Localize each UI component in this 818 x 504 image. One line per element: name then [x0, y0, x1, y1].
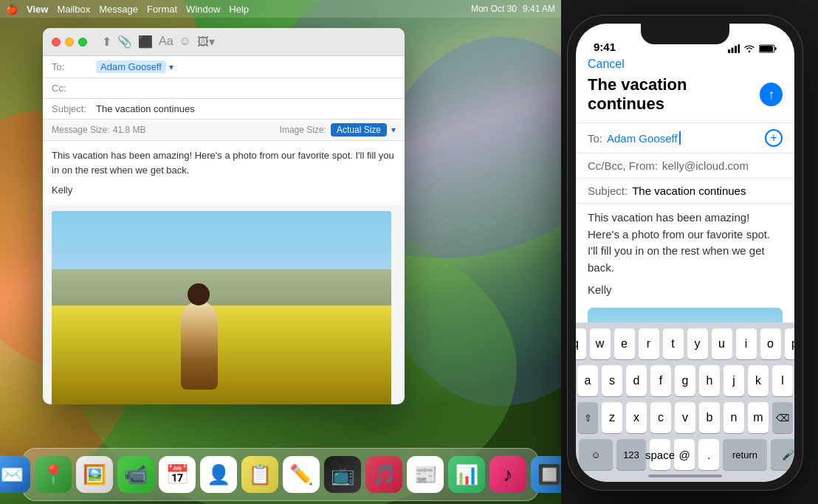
svg-rect-10 [775, 47, 777, 50]
key-space[interactable]: space [650, 439, 670, 470]
dock-icon-music2[interactable]: ♪ [489, 456, 526, 493]
apple-menu[interactable]: 🍎 [6, 4, 18, 15]
maximize-button[interactable] [78, 38, 87, 46]
dock-icon-freeform[interactable]: ✏️ [283, 456, 320, 493]
iphone-device: 9:41 [567, 15, 803, 491]
key-microphone[interactable]: 🎤 [771, 439, 794, 470]
keyboard-row-1: q w e r t y u i o p [579, 328, 791, 359]
key-j[interactable]: j [724, 365, 744, 396]
dock-icon-photos[interactable]: 🖼️ [76, 456, 113, 493]
key-u[interactable]: u [712, 328, 732, 359]
iphone-cc-value[interactable]: kelly@icloud.com [662, 159, 749, 172]
menu-view[interactable]: View [27, 4, 48, 15]
dock-icon-notes[interactable]: 📋 [241, 456, 278, 493]
key-r[interactable]: r [639, 328, 659, 359]
dock-icon-numbers[interactable]: 📊 [448, 456, 485, 493]
image-size-dropdown[interactable]: ▾ [391, 125, 396, 135]
iphone-add-recipient-button[interactable]: + [765, 129, 783, 147]
dock-icon-news[interactable]: 📰 [407, 456, 444, 493]
key-period[interactable]: . [698, 439, 719, 470]
iphone-to-field[interactable]: To: Adam Gooseff + [576, 123, 794, 153]
iphone-mail-body[interactable]: This vacation has been amazing! Here's a… [576, 204, 794, 305]
menu-help[interactable]: Help [229, 4, 249, 15]
dock-icon-music[interactable]: 🎵 [365, 456, 402, 493]
dock-icon-maps[interactable]: 📍 [35, 456, 72, 493]
mail-photo-attachment [52, 211, 391, 405]
key-return[interactable]: return [723, 439, 767, 470]
key-d[interactable]: d [626, 365, 647, 396]
key-t[interactable]: t [663, 328, 684, 359]
key-a[interactable]: a [577, 365, 598, 396]
iphone-cc-field[interactable]: Cc/Bcc, From: kelly@icloud.com [576, 153, 794, 179]
iphone-keyboard[interactable]: q w e r t y u i o p a s d f g h j k [576, 322, 794, 482]
iphone-to-recipient[interactable]: Adam Gooseff [607, 132, 678, 145]
to-recipient[interactable]: Adam Gooseff [96, 61, 166, 73]
key-emoji[interactable]: ☺ [579, 439, 613, 470]
photo-icon[interactable]: ⬛ [138, 35, 153, 49]
subject-field[interactable]: Subject: The vacation continues [43, 99, 405, 120]
font-icon[interactable]: Aa [159, 35, 173, 49]
menu-format[interactable]: Format [147, 4, 177, 15]
dock-icon-mail[interactable]: ✉️ [0, 456, 30, 493]
iphone-subject-field[interactable]: Subject: The vacation continues [576, 179, 794, 204]
emoji-icon[interactable]: ☺ [179, 35, 191, 49]
image-size-controls: Image Size: Actual Size ▾ [280, 123, 396, 137]
key-c[interactable]: c [650, 402, 671, 433]
key-v[interactable]: v [675, 402, 695, 433]
more-icon[interactable]: 🖼▾ [197, 35, 215, 49]
to-field[interactable]: To: Adam Gooseff ▾ [43, 56, 405, 78]
svg-rect-8 [738, 44, 740, 53]
key-x[interactable]: x [626, 402, 647, 433]
menu-mailbox[interactable]: Mailbox [57, 4, 90, 15]
iphone-cancel-button[interactable]: Cancel [588, 58, 783, 71]
subject-value[interactable]: The vacation continues [96, 103, 195, 114]
cc-field[interactable]: Cc: [43, 78, 405, 99]
recipient-dropdown[interactable]: ▾ [169, 62, 173, 72]
attach-icon[interactable]: 📎 [117, 35, 132, 49]
minimize-button[interactable] [65, 38, 74, 46]
iphone-subject-value[interactable]: The vacation continues [632, 184, 746, 197]
iphone-subject-text: The vacation continues [588, 75, 760, 114]
dock-icon-appstore[interactable]: 🔲 [531, 456, 561, 493]
menu-window[interactable]: Window [186, 4, 220, 15]
dock-icon-tv[interactable]: 📺 [324, 456, 361, 493]
key-p[interactable]: p [785, 328, 795, 359]
key-i[interactable]: i [736, 328, 757, 359]
key-o[interactable]: o [760, 328, 781, 359]
key-l[interactable]: l [772, 365, 793, 396]
key-b[interactable]: b [699, 402, 720, 433]
key-m[interactable]: m [748, 402, 769, 433]
key-shift[interactable]: ⇧ [577, 402, 598, 433]
window-titlebar: ⬆ 📎 ⬛ Aa ☺ 🖼▾ [43, 28, 405, 56]
key-s[interactable]: s [602, 365, 622, 396]
iphone-notch [641, 24, 729, 44]
key-k[interactable]: k [748, 365, 769, 396]
send-icon[interactable]: ⬆ [102, 35, 111, 49]
dock-icon-contacts[interactable]: 👤 [200, 456, 237, 493]
key-n[interactable]: n [724, 402, 744, 433]
key-123[interactable]: 123 [616, 439, 646, 470]
keyboard-bottom-row: ☺ 123 space @ . return 🎤 [579, 439, 791, 470]
actual-size-button[interactable]: Actual Size [331, 123, 387, 137]
battery-icon [759, 44, 777, 53]
key-h[interactable]: h [699, 365, 720, 396]
dock-icon-facetime[interactable]: 📹 [117, 456, 154, 493]
close-button[interactable] [52, 38, 61, 46]
mail-body[interactable]: This vacation has been amazing! Here's a… [43, 141, 405, 205]
iphone-send-button[interactable]: ↑ [760, 83, 783, 106]
menu-message[interactable]: Message [99, 4, 138, 15]
key-g[interactable]: g [675, 365, 695, 396]
cursor [679, 131, 681, 145]
key-z[interactable]: z [602, 402, 622, 433]
send-arrow-icon: ↑ [768, 87, 774, 103]
signal-icon [728, 44, 740, 53]
key-q[interactable]: q [576, 328, 586, 359]
dock-icon-calendar[interactable]: 📅 [159, 456, 196, 493]
key-f[interactable]: f [650, 365, 671, 396]
key-e[interactable]: e [614, 328, 635, 359]
key-w[interactable]: w [590, 328, 611, 359]
key-at[interactable]: @ [674, 439, 695, 470]
key-delete[interactable]: ⌫ [772, 402, 793, 433]
key-y[interactable]: y [687, 328, 708, 359]
iphone-mail-header: Cancel The vacation continues ↑ [576, 58, 794, 123]
